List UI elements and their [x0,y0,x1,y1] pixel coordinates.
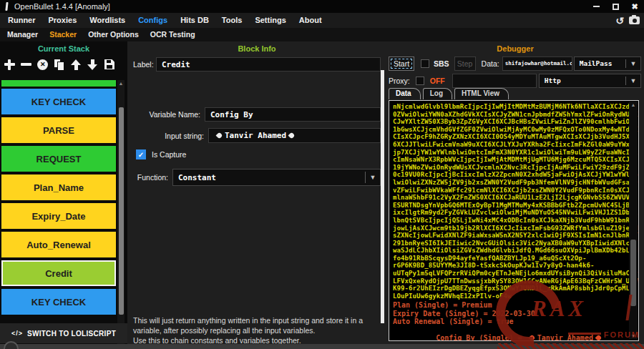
stack-toolbar: ✕ [3,55,116,74]
menu-proxies[interactable]: Proxies [42,13,84,28]
start-button[interactable]: Start [389,56,414,71]
block-info-scrollbar[interactable] [381,70,384,323]
variable-name-caption: Variable Name: [133,110,205,119]
menu-runner[interactable]: Runner [1,13,42,28]
flame-icon [216,132,223,139]
clone-block-button[interactable] [53,58,66,71]
screenshot-camera-icon[interactable] [629,16,640,24]
variable-name-input[interactable]: Config By [205,107,381,122]
block-info-panel: Block Info Label: Credit Variable Name: … [127,41,386,349]
debugger-output-scrollbar[interactable]: ▲ ▼ [629,102,638,340]
chevron-down-icon: ▼ [626,57,640,70]
openbullet-window: OpenBullet 1.4.4 [Anomaly] ✖ Runner Prox… [0,0,644,349]
menu-tools[interactable]: Tools [215,13,249,28]
menu-settings[interactable]: Settings [248,13,292,28]
menu-about[interactable]: About [293,13,328,28]
stack-block-partial[interactable] [1,80,116,87]
menu-wordlists[interactable]: Wordlists [83,13,132,28]
tab-other-options[interactable]: Other Options [82,28,145,41]
stack-block-request[interactable]: REQUEST [1,146,116,172]
undo-history-icon[interactable]: ↺ [615,16,624,26]
chevron-down-icon: ▼ [366,169,380,185]
maximize-button[interactable] [609,1,622,12]
move-block-up-button[interactable] [69,58,82,71]
stack-block-keycheck-2[interactable]: KEY CHECK [1,289,116,315]
code-icon: </> [11,330,23,337]
clear-stack-button[interactable]: ✕ [36,58,49,71]
tab-manager[interactable]: Manager [1,28,44,41]
capture-config-by-name: Tanvir Ahamed [537,334,593,341]
move-block-down-button[interactable] [87,58,99,71]
switch-to-loliscript-label: SWITCH TO LOLISCRIPT [27,330,116,338]
capture-expiry-date: Expiry Date (Single) = 2022-03-30 [393,310,635,318]
window-controls: ✖ [590,0,641,13]
proxy-checkbox[interactable] [416,77,424,85]
app-logo-icon [5,2,8,11]
circle-x-icon: ✕ [37,59,48,70]
tab-log[interactable]: Log [423,88,452,99]
menu-configs[interactable]: Configs [132,13,174,28]
copy-icon [54,59,64,70]
arrow-down-icon [87,59,98,70]
is-capture-label: Is Capture [152,150,186,159]
tab-stacker[interactable]: Stacker [44,28,82,41]
sbs-checkbox[interactable] [421,59,429,68]
stack-scrollbar[interactable]: ▲ ▼ [117,80,125,349]
debugger-output-text: nNjcmlwdGlvbl9lbmRcIjpcIjIwMjItMDMtMzBUM… [393,103,635,300]
data-input[interactable]: shifajowhar@hotmail.com: [502,56,572,71]
minimize-button[interactable] [590,1,602,12]
stack-block-credit-selected[interactable]: Credit [1,260,116,286]
menubar-icons: ↺ [615,13,640,28]
stack-block-keycheck-1[interactable]: KEY CHECK [1,89,116,114]
minus-icon [21,63,31,66]
scroll-up-icon[interactable]: ▲ [117,80,125,87]
scroll-up-icon[interactable]: ▲ [629,102,638,109]
menu-hits-db[interactable]: Hits DB [174,13,215,28]
label-caption: Label: [133,60,156,69]
debugger-tabs: Data Log HTML View [389,88,509,99]
wordlist-type-value: MailPass [575,57,625,70]
stack-block-auto-renewal[interactable]: Auto_Renewal [1,232,116,257]
capture-config-by-prefix: Config By (Single) = [436,334,526,341]
proxy-status: OFF [430,77,445,85]
sbs-label: SBS [434,59,449,68]
tab-ocr-testing[interactable]: OCR Testing [145,28,201,41]
capture-results: Plan (Single) = Premium Expiry Date (Sin… [393,301,635,341]
step-button[interactable]: Step [454,56,476,71]
input-string-caption: Input string: [133,132,208,140]
save-config-button[interactable] [103,58,116,71]
tab-data[interactable]: Data [389,88,421,99]
add-block-button[interactable] [3,58,16,71]
remove-block-button[interactable] [19,58,32,71]
function-help-text: This will just return anything written i… [133,316,374,346]
flame-icon [288,132,296,139]
switch-to-loliscript-button[interactable]: </> SWITCH TO LOLISCRIPT [0,323,127,343]
function-value: Constant [173,169,365,185]
stack-scrollbar-thumb[interactable] [119,107,124,315]
wordlist-type-dropdown[interactable]: MailPass ▼ [574,56,641,71]
stack-block-parse[interactable]: PARSE [1,117,116,143]
proxy-type-value: Http [540,74,625,87]
stack-block-expiry-date[interactable]: Expiry_Date [1,203,116,229]
chevron-down-icon: ▼ [626,74,640,87]
menubar: Runner Proxies Wordlists Configs Hits DB… [0,13,644,28]
current-stack-panel: Current Stack ✕ KEY CHECK PARSE REQUEST … [0,41,127,349]
function-dropdown[interactable]: Constant ▼ [172,169,381,186]
current-stack-title: Current Stack [0,41,127,53]
tab-html-view[interactable]: HTML View [454,88,509,99]
flame-icon [595,335,602,341]
debugger-output: nNjcmlwdGlvbl9lbmRcIjpcIjIwMjItMDMtMzBUM… [389,100,639,341]
proxy-type-dropdown[interactable]: Http ▼ [539,74,641,88]
proxy-input[interactable] [452,74,537,88]
input-string-input[interactable]: Tanvir Ahamed [208,128,381,143]
block-info-scrollbar-thumb[interactable] [381,70,384,323]
debugger-scrollbar-thumb[interactable] [630,240,636,306]
close-button[interactable]: ✖ [628,1,641,12]
plus-icon [4,59,15,70]
capture-plan: Plan (Single) = Premium [393,301,635,309]
window-title: OpenBullet 1.4.4 [Anomaly] [14,2,110,11]
stack-block-plan-name[interactable]: Plan_Name [1,174,116,200]
label-input[interactable]: Credit [156,57,381,72]
is-capture-checkbox[interactable]: ✓ [136,149,146,159]
scroll-down-icon[interactable]: ▼ [629,333,638,340]
